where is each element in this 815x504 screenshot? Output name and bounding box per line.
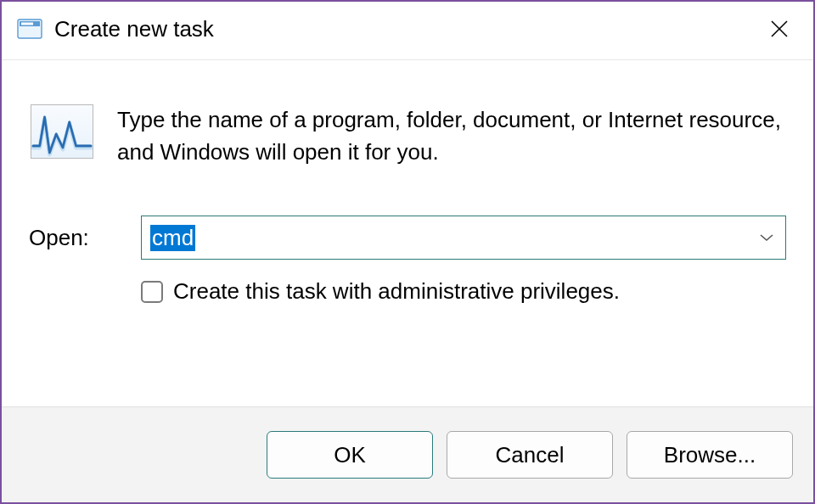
open-input-row: Open: cmd [29, 216, 786, 260]
open-value: cmd [150, 225, 195, 251]
chevron-down-icon [759, 233, 774, 242]
combobox-dropdown-button[interactable] [748, 216, 785, 259]
ok-button[interactable]: OK [267, 431, 433, 479]
cancel-button[interactable]: Cancel [447, 431, 613, 479]
admin-privileges-checkbox[interactable] [141, 281, 163, 303]
browse-button[interactable]: Browse... [627, 431, 793, 479]
admin-privileges-label: Create this task with administrative pri… [173, 278, 620, 305]
svg-rect-2 [21, 23, 33, 25]
dialog-content: Type the name of a program, folder, docu… [2, 60, 813, 406]
close-button[interactable] [761, 10, 798, 48]
open-combobox[interactable]: cmd [141, 216, 786, 260]
close-icon [770, 20, 789, 38]
create-new-task-dialog: Create new task Type the name of a progr… [0, 0, 815, 504]
description-row: Type the name of a program, folder, docu… [29, 104, 786, 168]
admin-checkbox-row: Create this task with administrative pri… [141, 278, 786, 305]
dialog-footer: OK Cancel Browse... [2, 406, 813, 502]
window-title: Create new task [54, 16, 761, 42]
titlebar: Create new task [2, 2, 813, 60]
task-manager-icon [31, 104, 93, 159]
open-label: Open: [29, 225, 117, 251]
open-input[interactable]: cmd [142, 216, 748, 259]
run-dialog-icon [17, 19, 42, 39]
description-text: Type the name of a program, folder, docu… [117, 104, 786, 168]
